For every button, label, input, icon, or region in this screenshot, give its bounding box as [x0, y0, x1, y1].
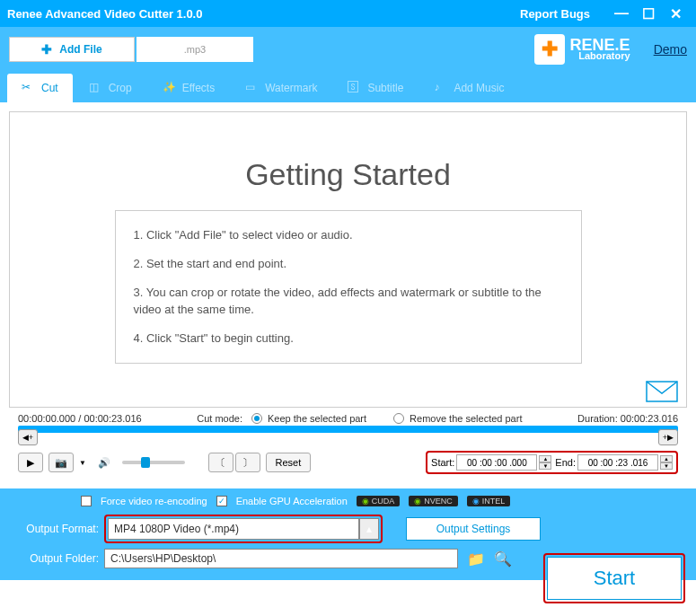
minimize-button[interactable]: — [608, 5, 635, 22]
output-folder-label: Output Folder: [9, 552, 99, 565]
app-title: Renee Advanced Video Cutter 1.0.0 [7, 7, 520, 21]
step-2: 2. Set the start and end point. [134, 256, 563, 272]
mail-icon[interactable] [646, 381, 678, 402]
output-format-row: Output Format: MP4 1080P Video (*.mp4) ▴… [9, 512, 687, 546]
reset-button[interactable]: Reset [266, 453, 311, 472]
search-folder-icon[interactable]: 🔍 [494, 550, 512, 568]
getting-started-title: Getting Started [245, 157, 451, 192]
demo-link[interactable]: Demo [654, 42, 687, 57]
logo-text: RENE.E Laboratory [570, 38, 630, 61]
tab-effects[interactable]: ✨ Effects [148, 74, 229, 102]
header: ✚ Add File .mp3 ✚ RENE.E Laboratory Demo [0, 27, 696, 72]
music-icon: ♪ [434, 81, 448, 95]
preview-area: Getting Started 1. Click "Add File" to s… [9, 111, 687, 408]
end-time-input[interactable] [577, 454, 658, 471]
step-4: 4. Click "Start" to begin cutting. [134, 330, 563, 347]
logo-area: ✚ RENE.E Laboratory Demo [534, 34, 687, 65]
cuda-badge: ◉CUDA [357, 496, 401, 506]
duration-label: Duration: 00:00:23.016 [577, 413, 678, 424]
snapshot-button[interactable]: 📷 [48, 453, 74, 472]
main-panel: Getting Started 1. Click "Add File" to s… [0, 102, 696, 488]
tab-watermark[interactable]: ▭ Watermark [231, 74, 331, 102]
force-reencode-label: Force video re-encoding [101, 496, 207, 506]
footer: Force video re-encoding ✓ Enable GPU Acc… [0, 488, 696, 580]
snapshot-dropdown-icon[interactable]: ▼ [79, 459, 86, 467]
start-down[interactable]: ▼ [539, 462, 551, 470]
timeline-start-handle[interactable]: ◀+ [18, 429, 38, 445]
start-time-input[interactable] [456, 454, 537, 471]
output-format-select[interactable]: MP4 1080P Video (*.mp4) [108, 518, 359, 540]
titlebar: Renee Advanced Video Cutter 1.0.0 Report… [0, 0, 696, 27]
timeline[interactable]: ◀+ +▶ [18, 426, 678, 445]
end-up[interactable]: ▲ [660, 455, 673, 462]
step-1: 1. Click "Add File" to select video or a… [134, 227, 563, 243]
output-settings-button[interactable]: Output Settings [406, 517, 541, 541]
nvenc-badge: ◉NVENC [409, 496, 458, 506]
time-info-row: 00:00:00.000 / 00:00:23.016 Cut mode: Ke… [9, 408, 687, 426]
file-tab[interactable]: .mp3 [137, 37, 253, 62]
logo-icon: ✚ [534, 34, 565, 65]
report-bugs-link[interactable]: Report Bugs [520, 7, 590, 21]
add-file-button[interactable]: ✚ Add File [9, 37, 135, 62]
cutmode-label: Cut mode: [197, 413, 242, 424]
volume-button[interactable]: 🔊 [92, 453, 117, 472]
wand-icon: ✨ [163, 81, 177, 95]
crop-icon: ◫ [89, 81, 103, 95]
player-controls: ▶ 📷 ▼ 🔊 〔 〕 Reset Start: ▲▼ End: ▲▼ [9, 445, 687, 480]
tab-cut[interactable]: ✂ Cut [7, 74, 73, 102]
mark-in-button[interactable]: 〔 [208, 453, 233, 472]
tab-add-music[interactable]: ♪ Add Music [419, 74, 518, 102]
time-range-group: Start: ▲▼ End: ▲▼ [426, 451, 678, 474]
file-name: .mp3 [184, 44, 206, 55]
radio-remove[interactable] [393, 413, 404, 424]
start-up[interactable]: ▲ [539, 455, 551, 462]
output-folder-input[interactable]: C:\Users\HP\Desktop\ [104, 549, 458, 568]
gpu-accel-checkbox[interactable]: ✓ [216, 496, 227, 506]
output-format-highlight: MP4 1080P Video (*.mp4) ▴ [104, 515, 383, 543]
maximize-button[interactable]: ☐ [635, 5, 662, 22]
tab-subtitle[interactable]: 🅂 Subtitle [333, 74, 418, 102]
gpu-accel-label: Enable GPU Acceleration [236, 496, 348, 506]
start-highlight: Start [543, 553, 685, 603]
watermark-icon: ▭ [245, 81, 260, 95]
step-3: 3. You can crop or rotate the video, add… [134, 285, 563, 317]
mark-out-button[interactable]: 〕 [235, 453, 260, 472]
tab-crop[interactable]: ◫ Crop [75, 74, 146, 102]
browse-folder-icon[interactable]: 📁 [467, 550, 485, 568]
play-button[interactable]: ▶ [18, 453, 43, 472]
format-dropdown-arrow[interactable]: ▴ [359, 518, 379, 540]
radio-keep[interactable] [251, 413, 262, 424]
plus-icon: ✚ [41, 42, 52, 57]
encoding-row: Force video re-encoding ✓ Enable GPU Acc… [9, 494, 687, 512]
cutmode-remove[interactable]: Remove the selected part [393, 413, 522, 424]
tab-bar: ✂ Cut ◫ Crop ✨ Effects ▭ Watermark 🅂 Sub… [0, 72, 696, 102]
end-time-box: End: ▲▼ [555, 454, 673, 471]
cutmode-keep[interactable]: Keep the selected part [251, 413, 366, 424]
volume-slider[interactable] [122, 461, 185, 464]
output-format-label: Output Format: [9, 523, 99, 535]
start-time-box: Start: ▲▼ [431, 454, 551, 471]
getting-started-box: 1. Click "Add File" to select video or a… [115, 210, 582, 364]
close-button[interactable]: ✕ [662, 5, 689, 22]
end-down[interactable]: ▼ [660, 462, 673, 470]
timeline-end-handle[interactable]: +▶ [658, 429, 678, 445]
start-button[interactable]: Start [547, 557, 682, 600]
subtitle-icon: 🅂 [348, 81, 362, 95]
add-file-label: Add File [59, 43, 101, 56]
intel-badge: ◉INTEL [467, 496, 511, 506]
scissors-icon: ✂ [22, 81, 36, 95]
time-position: 00:00:00.000 / 00:00:23.016 [18, 413, 142, 424]
force-reencode-checkbox[interactable] [81, 496, 92, 506]
